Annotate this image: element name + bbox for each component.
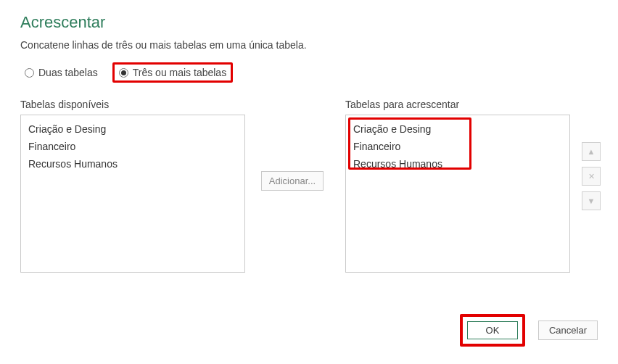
move-up-button[interactable]: ▲ [582, 142, 601, 161]
lists-row: Tabelas disponíveis Criação e Desing Fin… [20, 99, 598, 273]
dialog-title: Acrescentar [20, 13, 598, 32]
radio-icon [25, 68, 34, 78]
list-item[interactable]: Financeiro [353, 138, 562, 156]
radio-three-or-more[interactable]: Três ou mais tabelas [112, 62, 233, 83]
mode-radio-group: Duas tabelas Três ou mais tabelas [20, 62, 598, 83]
radio-icon [119, 68, 128, 78]
list-item[interactable]: Financeiro [28, 138, 237, 156]
to-append-column: Tabelas para acrescentar Criação e Desin… [345, 99, 570, 273]
ok-button[interactable]: OK [467, 321, 518, 339]
dialog-footer: OK Cancelar [460, 314, 598, 347]
available-column: Tabelas disponíveis Criação e Desing Fin… [20, 99, 245, 273]
radio-three-or-more-label: Três ou mais tabelas [133, 67, 226, 78]
close-icon: ✕ [588, 172, 595, 181]
list-item[interactable]: Criação e Desing [353, 121, 562, 138]
radio-two-tables-label: Duas tabelas [38, 67, 98, 78]
cancel-button[interactable]: Cancelar [538, 320, 598, 340]
list-item[interactable]: Criação e Desing [28, 121, 237, 138]
dialog-subtitle: Concatene linhas de três ou mais tabelas… [20, 39, 598, 51]
middle-column: Adicionar... [245, 99, 339, 191]
list-item[interactable]: Recursos Humanos [353, 156, 562, 173]
chevron-down-icon: ▼ [588, 197, 596, 205]
remove-button[interactable]: ✕ [582, 167, 601, 186]
reorder-buttons: ▲ ✕ ▼ [582, 142, 601, 210]
to-append-label: Tabelas para acrescentar [345, 99, 570, 110]
chevron-up-icon: ▲ [588, 147, 596, 156]
to-append-listbox[interactable]: Criação e Desing Financeiro Recursos Hum… [345, 115, 570, 273]
list-item[interactable]: Recursos Humanos [28, 156, 237, 173]
radio-two-tables[interactable]: Duas tabelas [20, 65, 102, 80]
available-label: Tabelas disponíveis [20, 99, 245, 110]
append-dialog: Acrescentar Concatene linhas de três ou … [0, 0, 618, 364]
available-listbox[interactable]: Criação e Desing Financeiro Recursos Hum… [20, 115, 245, 273]
ok-highlight: OK [460, 314, 525, 347]
add-button[interactable]: Adicionar... [261, 171, 324, 191]
move-down-button[interactable]: ▼ [582, 191, 601, 210]
